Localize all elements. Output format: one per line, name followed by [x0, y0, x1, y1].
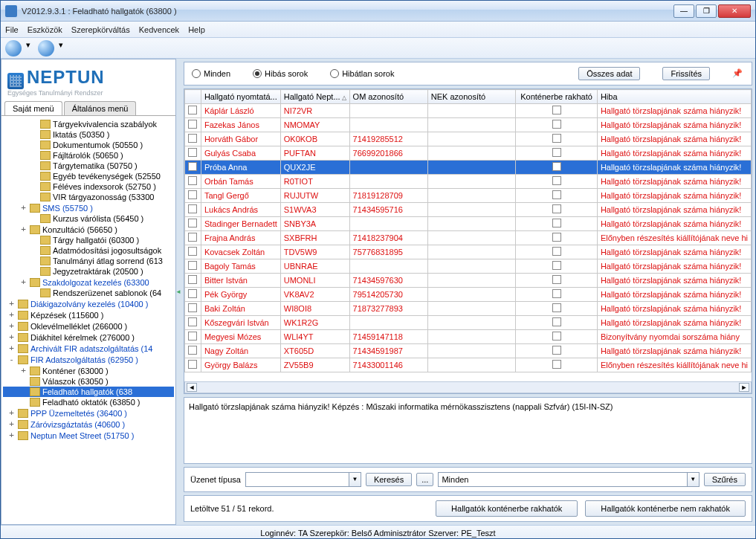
tree-item[interactable]: Feladható hallgatók (638 [3, 387, 174, 397]
search-button[interactable]: Keresés [366, 473, 412, 486]
row-checkbox[interactable] [188, 346, 197, 355]
tree-item[interactable]: +SMS (55750 ) [3, 202, 174, 213]
message-type-input[interactable] [245, 472, 349, 487]
tree-item[interactable]: Fájltárolók (50650 ) [3, 150, 174, 161]
nav-tree[interactable]: Tárgyekvivalencia szabályokIktatás (5035… [1, 116, 175, 524]
container-checkbox[interactable] [552, 190, 561, 199]
menu-role[interactable]: Szerepkörváltás [71, 25, 130, 34]
tree-item[interactable]: Válaszok (63050 ) [3, 376, 174, 387]
table-row[interactable]: Nagy ZoltánXT605D71434591987Hallgató tör… [185, 344, 752, 358]
menu-help[interactable]: Help [188, 25, 205, 34]
row-checkbox[interactable] [188, 176, 197, 185]
row-checkbox[interactable] [188, 332, 197, 340]
table-row[interactable]: Gulyás CsabaPUFTAN76699201866Hallgató tö… [185, 146, 752, 161]
tree-item[interactable]: +Archivált FIR adatszolgáltatás (14 [3, 343, 174, 354]
tree-twisty[interactable]: + [7, 430, 16, 440]
container-checkbox[interactable] [552, 332, 561, 340]
tree-item[interactable]: Jegyzetraktárak (20500 ) [3, 266, 174, 277]
table-row[interactable]: Orbán TamásR0TIOTHallgató törzslapjának … [185, 175, 752, 189]
table-row[interactable]: Tangl GergőRUJUTW71819128709Hallgató tör… [185, 189, 752, 203]
col-code[interactable]: Hallgató Nept...△ [280, 90, 349, 104]
tree-item[interactable]: VIR tárgyazonosság (53300 [3, 192, 174, 202]
tree-twisty[interactable]: + [19, 366, 28, 375]
container-checkbox[interactable] [552, 289, 561, 298]
container-checkbox[interactable] [552, 106, 561, 114]
tree-item[interactable]: +Neptun Meet Street (51750 ) [3, 430, 174, 441]
tree-item[interactable]: Feladható oktatók (63850 ) [3, 397, 174, 407]
container-checkbox[interactable] [552, 176, 561, 185]
all-data-button[interactable]: Összes adat [578, 67, 640, 80]
tree-item[interactable]: +Diákhitel kérelmek (276000 ) [3, 332, 174, 343]
tree-item[interactable]: Tanulmányi átlag sorrend (613 [3, 256, 174, 266]
tree-item[interactable]: Rendszerüzenet sablonok (64 [3, 288, 174, 298]
tree-item[interactable]: -FIR Adatszolgáltatás (62950 ) [3, 354, 174, 365]
tree-twisty[interactable]: + [7, 332, 16, 342]
tree-item[interactable]: Adatmódosítási jogosultságok [3, 245, 174, 256]
tree-item[interactable]: Féléves indexsorok (52750 ) [3, 181, 174, 192]
tree-item[interactable]: Iktatás (50350 ) [3, 129, 174, 140]
table-row[interactable]: Stadinger BernadettSNBY3AHallgató törzsl… [185, 217, 752, 231]
container-checkbox[interactable] [552, 317, 561, 326]
row-checkbox[interactable] [188, 106, 197, 114]
table-row[interactable]: Megyesi MózesWLI4YT71459147118Bizonyítvá… [185, 330, 752, 344]
container-yes-button[interactable]: Hallgatók konténerbe rakhatók [436, 500, 578, 517]
scroll-left-icon[interactable]: ◄ [187, 383, 197, 392]
tree-item[interactable]: +Konténer (63000 ) [3, 365, 174, 376]
tree-item[interactable]: +Oklevélmelléklet (266000 ) [3, 320, 174, 332]
row-checkbox[interactable] [188, 190, 197, 199]
col-name[interactable]: Hallgató nyomtatá... [201, 90, 280, 104]
refresh-button[interactable]: Frissítés [662, 67, 710, 80]
container-checkbox[interactable] [552, 148, 561, 157]
row-checkbox[interactable] [188, 219, 197, 227]
row-checkbox[interactable] [188, 204, 197, 213]
dropdown-icon[interactable]: ▼ [349, 472, 361, 487]
more-button[interactable]: ... [416, 473, 433, 486]
table-row[interactable]: Horváth GáborOK0KOB71419285512Hallgató t… [185, 132, 752, 146]
container-checkbox[interactable] [552, 233, 561, 242]
tree-item[interactable]: Egyéb tevékenységek (52550 [3, 171, 174, 181]
row-checkbox[interactable] [188, 233, 197, 242]
tree-item[interactable]: +Képzések (115600 ) [3, 309, 174, 320]
row-checkbox[interactable] [188, 120, 197, 129]
nav-fwd-dropdown[interactable]: ▾ [59, 40, 66, 57]
tree-item[interactable]: +Záróvizsgáztatás (40600 ) [3, 419, 174, 430]
tree-twisty[interactable]: + [7, 299, 16, 309]
container-checkbox[interactable] [552, 346, 561, 355]
tree-twisty[interactable]: + [7, 343, 16, 353]
col-nek[interactable]: NEK azonosító [427, 90, 515, 104]
close-button[interactable]: ✕ [718, 4, 751, 18]
radio-all[interactable]: Minden [192, 69, 230, 78]
tree-twisty[interactable]: + [7, 408, 16, 418]
menu-tools[interactable]: Eszközök [28, 25, 62, 34]
col-om[interactable]: OM azonosító [349, 90, 427, 104]
tree-item[interactable]: Tárgyekvivalencia szabályok [3, 119, 174, 129]
grid-hscroll[interactable]: ◄ ► [184, 381, 752, 393]
nav-forward-icon[interactable] [38, 40, 54, 57]
tree-twisty[interactable]: - [7, 355, 16, 364]
tree-item[interactable]: +PPP Üzemeltetés (36400 ) [3, 407, 174, 419]
table-row[interactable]: Pék GyörgyVK8AV279514205730Hallgató törz… [185, 288, 752, 302]
tree-item[interactable]: Tárgytematika (50750 ) [3, 161, 174, 171]
col-select[interactable] [185, 90, 201, 104]
tree-twisty[interactable]: + [7, 419, 16, 429]
table-row[interactable]: György BalázsZV55B971433001146Előnyben r… [185, 358, 752, 372]
container-checkbox[interactable] [552, 261, 561, 270]
nav-back-icon[interactable] [5, 40, 22, 57]
container-checkbox[interactable] [552, 204, 561, 213]
nav-back-dropdown[interactable]: ▾ [26, 40, 33, 57]
col-error[interactable]: Hiba [597, 90, 751, 104]
row-checkbox[interactable] [188, 162, 197, 171]
row-checkbox[interactable] [188, 148, 197, 157]
filter-button[interactable]: Szűrés [704, 473, 746, 486]
tree-item[interactable]: Dokumentumok (50550 ) [3, 140, 174, 150]
container-checkbox[interactable] [552, 360, 561, 369]
container-no-button[interactable]: Hallgatók konténerbe nem rakhatók [585, 500, 746, 517]
row-checkbox[interactable] [188, 247, 197, 256]
tree-item[interactable]: +Konzultáció (56650 ) [3, 224, 174, 235]
container-checkbox[interactable] [552, 303, 561, 312]
row-checkbox[interactable] [188, 275, 197, 284]
tree-twisty[interactable]: + [19, 277, 28, 287]
container-checkbox[interactable] [552, 247, 561, 256]
radio-good[interactable]: Hibátlan sorok [330, 69, 394, 78]
row-checkbox[interactable] [188, 134, 197, 143]
